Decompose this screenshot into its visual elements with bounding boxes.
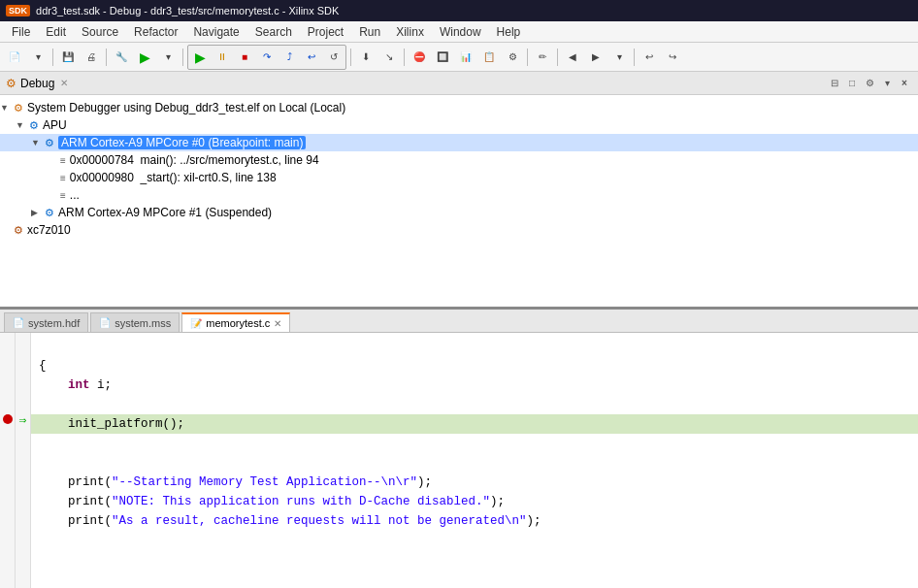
tab-icon-hdf: 📄 xyxy=(13,317,24,328)
app-icon: SDK xyxy=(6,5,30,16)
debug-resume[interactable]: ▶ xyxy=(189,47,211,68)
toolbar-sep1 xyxy=(52,49,53,66)
panel-settings[interactable]: ⚙ xyxy=(862,76,877,91)
tree-arrow-system: ▼ xyxy=(0,103,14,113)
menu-search[interactable]: Search xyxy=(247,21,300,42)
toolbar-display[interactable]: 🔲 xyxy=(432,47,453,68)
tree-arrow-cpu1: ▶ xyxy=(31,208,45,217)
toolbar-dropdown1[interactable]: ▾ xyxy=(27,47,49,68)
tab-system-mss[interactable]: 📄 system.mss xyxy=(90,312,180,332)
tab-label-mc: memorytest.c xyxy=(206,317,270,329)
tab-memorytest-c[interactable]: 📝 memorytest.c ✕ xyxy=(181,312,290,332)
toolbar-mem[interactable]: 📊 xyxy=(455,47,476,68)
toolbar-reg[interactable]: 📋 xyxy=(478,47,500,68)
menu-run[interactable]: Run xyxy=(351,21,388,42)
tree-label-f1: 0x00000980 _start(): xil-crt0.S, line 13… xyxy=(70,171,277,184)
tab-label-mss: system.mss xyxy=(115,317,171,329)
tree-cpu1[interactable]: ▶ ⚙ ARM Cortex-A9 MPCore #1 (Suspended) xyxy=(0,204,918,221)
debug-terminate[interactable]: ■ xyxy=(234,47,255,68)
panel-close[interactable]: × xyxy=(897,76,912,91)
toolbar-sep3 xyxy=(182,49,183,66)
code-content[interactable]: { int i; init_platform(); print("--Start… xyxy=(31,333,918,588)
arrow-empty-2 xyxy=(17,362,28,387)
window-title: ddr3_test.sdk - Debug - ddr3_test/src/me… xyxy=(36,5,339,16)
arrow-empty-1 xyxy=(17,337,28,362)
tree-icon-fe: ≡ xyxy=(60,190,66,201)
debug-step-into[interactable]: ↷ xyxy=(256,47,278,68)
tree-label-f0: 0x00000784 main(): ../src/memorytest.c, … xyxy=(70,153,319,167)
toolbar-print[interactable]: 🖨 xyxy=(81,47,102,68)
code-line-8: print("As a result, cacheline requests w… xyxy=(39,514,541,528)
toolbar-extra[interactable]: ⚙ xyxy=(502,47,523,68)
bp-empty-1 xyxy=(2,337,13,362)
toolbar-sep2 xyxy=(106,49,107,66)
toolbar-debug-run[interactable]: ▶ xyxy=(134,47,155,68)
tab-close-mc[interactable]: ✕ xyxy=(274,318,281,329)
tree-chip[interactable]: ⚙ xc7z010 xyxy=(0,221,918,239)
tree-system-debugger[interactable]: ▼ ⚙ System Debugger using Debug_ddr3_tes… xyxy=(0,99,918,116)
arrow-empty-3 xyxy=(17,386,28,411)
bp-row-4 xyxy=(2,414,13,440)
tree-icon-system: ⚙ xyxy=(14,102,23,114)
menu-help[interactable]: Help xyxy=(489,21,529,42)
toolbar-sep8 xyxy=(634,49,635,66)
tree-frame0[interactable]: ≡ 0x00000784 main(): ../src/memorytest.c… xyxy=(0,151,918,169)
code-line-7: print("NOTE: This application runs with … xyxy=(39,495,505,508)
menu-file[interactable]: File xyxy=(4,21,38,42)
toolbar-next[interactable]: ▶ xyxy=(585,47,607,68)
debug-icon: ⚙ xyxy=(6,77,16,90)
toolbar-edit[interactable]: ✏ xyxy=(532,47,553,68)
main-area: ⚙ Debug ✕ ⊟ □ ⚙ ▾ × ▼ ⚙ System Debugger … xyxy=(0,72,918,588)
code-line-6: print("--Starting Memory Test Applicatio… xyxy=(39,475,432,489)
menu-project[interactable]: Project xyxy=(300,21,351,42)
panel-view-menu[interactable]: ▾ xyxy=(879,76,895,91)
toolbar-step-over-instr[interactable]: ↘ xyxy=(378,47,400,68)
toolbar-step-instr[interactable]: ⬇ xyxy=(355,47,377,68)
toolbar-back[interactable]: ↩ xyxy=(639,47,660,68)
toolbar-forward[interactable]: ↪ xyxy=(662,47,683,68)
menu-navigate[interactable]: Navigate xyxy=(185,21,246,42)
toolbar-bp-skip[interactable]: ⛔ xyxy=(409,47,430,68)
debug-restart[interactable]: ↺ xyxy=(323,47,344,68)
menu-window[interactable]: Window xyxy=(432,21,489,42)
panel-minimize[interactable]: ⊟ xyxy=(827,76,842,91)
current-line-arrow: ⇒ xyxy=(17,411,28,437)
code-area: ⇒ { int i; init_platform(); print("--Sta… xyxy=(0,333,918,588)
arrow-column: ⇒ xyxy=(16,333,31,588)
toolbar-sep7 xyxy=(557,49,558,66)
toolbar-build[interactable]: 🔧 xyxy=(111,47,132,68)
tree-frame-ellipsis[interactable]: ≡ ... xyxy=(0,186,918,204)
toolbar-save[interactable]: 💾 xyxy=(57,47,79,68)
tree-apu[interactable]: ▼ ⚙ APU xyxy=(0,116,918,134)
bp-empty-2 xyxy=(2,362,13,387)
debug-tree: ▼ ⚙ System Debugger using Debug_ddr3_tes… xyxy=(0,95,918,307)
tree-label-chip: xc7z010 xyxy=(27,223,71,237)
tab-system-hdf[interactable]: 📄 system.hdf xyxy=(4,312,88,332)
tree-label-system: System Debugger using Debug_ddr3_test.el… xyxy=(27,101,345,114)
menu-source[interactable]: Source xyxy=(74,21,126,42)
tab-icon-mc: 📝 xyxy=(190,318,202,329)
code-line-4: init_platform(); xyxy=(31,414,918,434)
menu-refactor[interactable]: Refactor xyxy=(126,21,185,42)
tree-icon-chip: ⚙ xyxy=(14,224,23,237)
code-line-1: { xyxy=(39,359,47,373)
tree-icon-f1: ≡ xyxy=(60,173,66,183)
menu-edit[interactable]: Edit xyxy=(38,21,74,42)
debug-panel-header: ⚙ Debug ✕ ⊟ □ ⚙ ▾ × xyxy=(0,72,918,95)
menu-xilinx[interactable]: Xilinx xyxy=(388,21,432,42)
editor-tabs: 📄 system.hdf 📄 system.mss 📝 memorytest.c… xyxy=(0,310,918,333)
tree-frame1[interactable]: ≡ 0x00000980 _start(): xil-crt0.S, line … xyxy=(0,169,918,186)
toolbar-prev[interactable]: ◀ xyxy=(562,47,583,68)
debug-suspend[interactable]: ⏸ xyxy=(212,47,233,68)
debug-panel: ⚙ Debug ✕ ⊟ □ ⚙ ▾ × ▼ ⚙ System Debugger … xyxy=(0,72,918,310)
toolbar-run-dropdown[interactable]: ▾ xyxy=(157,47,179,68)
breakpoint-dot[interactable] xyxy=(3,414,13,424)
toolbar-dropdown2[interactable]: ▾ xyxy=(608,47,630,68)
toolbar-new[interactable]: 📄 xyxy=(4,47,25,68)
panel-maximize[interactable]: □ xyxy=(844,76,860,91)
debug-step-return[interactable]: ↩ xyxy=(301,47,322,68)
tree-cpu0[interactable]: ▼ ⚙ ARM Cortex-A9 MPCore #0 (Breakpoint:… xyxy=(0,134,918,151)
debug-panel-close-tab[interactable]: ✕ xyxy=(60,78,68,88)
debug-step-over[interactable]: ⤴ xyxy=(279,47,300,68)
tab-label-hdf: system.hdf xyxy=(28,317,80,329)
